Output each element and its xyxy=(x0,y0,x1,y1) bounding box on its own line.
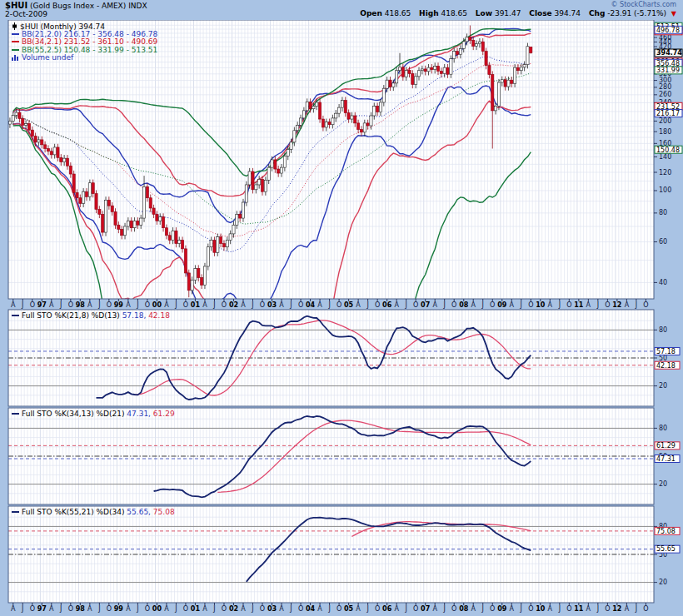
time-axis-label: 05 xyxy=(344,605,354,613)
time-axis-label: O xyxy=(30,301,35,309)
time-axis-label: 00 xyxy=(152,301,162,309)
time-axis-label: A xyxy=(279,605,284,613)
price-tick-label: 200 xyxy=(659,117,671,125)
time-axis-label: A xyxy=(164,605,169,613)
time-axis-label: J xyxy=(596,301,599,309)
time-axis-label: A xyxy=(49,301,54,309)
time-axis-label: 00 xyxy=(152,605,162,613)
time-axis-label: 10 xyxy=(536,301,546,309)
price-value-label: 496.78 xyxy=(656,27,680,34)
time-axis-label: J xyxy=(174,301,177,309)
time-axis-label: O xyxy=(375,605,380,613)
time-axis-label: 98 xyxy=(76,605,86,613)
stoch-k-swatch xyxy=(12,413,19,415)
chart-title: $HUI (Gold Bugs Index - AMEX) INDX xyxy=(5,1,147,10)
stockcharts-chart-page: $HUI (Gold Bugs Index - AMEX) INDX 2-Oct… xyxy=(0,0,683,616)
time-axis-label: O xyxy=(643,301,648,309)
time-axis-label: 07 xyxy=(421,605,430,613)
time-axis-label: A xyxy=(432,605,437,613)
price-tick-label: 40 xyxy=(659,279,667,286)
time-axis-label: J xyxy=(366,605,368,613)
bb21-line-swatch xyxy=(12,33,19,35)
time-axis-label: O xyxy=(605,605,610,613)
time-axis-label: O xyxy=(451,301,456,309)
time-axis-label: O xyxy=(337,301,342,309)
time-axis-label: J xyxy=(21,605,23,613)
time-axis-label: A xyxy=(510,301,515,309)
time-axis-label: 99 xyxy=(114,301,124,309)
time-axis-label: 03 xyxy=(267,605,277,613)
time-axis-label: O xyxy=(528,301,533,309)
time-axis-label: J xyxy=(136,605,138,613)
time-axis-label: 08 xyxy=(459,301,469,309)
open-label: Open xyxy=(360,9,382,17)
time-axis-label: O xyxy=(107,605,112,613)
time-axis-label: A xyxy=(510,605,515,613)
time-axis-label: O xyxy=(490,605,495,613)
chg-down-icon: ▼ xyxy=(671,10,676,17)
time-axis-label: 03 xyxy=(267,301,277,309)
time-axis: AJO97AJO98AJO99AJO00AJO01AJO02AJO03AJO04… xyxy=(11,299,649,309)
time-axis-label: 10 xyxy=(536,605,546,613)
time-axis-label: O xyxy=(260,605,265,613)
stoch2-k-value: 47.31, xyxy=(127,410,151,418)
time-axis-label: 12 xyxy=(612,605,621,613)
time-axis-label: A xyxy=(126,301,131,309)
time-axis-label: J xyxy=(212,301,215,309)
candlestick-icon xyxy=(12,22,17,30)
price-tick-label: 60 xyxy=(659,238,667,246)
time-axis-label: 98 xyxy=(76,301,86,309)
time-axis-label: O xyxy=(528,605,533,613)
price-tick-label: 120 xyxy=(659,169,671,176)
price-axis: 4060801001201401601802002402602803003204… xyxy=(654,22,682,286)
stoch-value-label: 47.31 xyxy=(656,455,676,463)
low-label: Low xyxy=(476,9,492,17)
time-axis-label: O xyxy=(605,301,610,309)
bb21-legend-label: BB(21,2.0) 216.17 - 356.48 - 496.78 xyxy=(22,30,157,38)
price-tick-label: 80 xyxy=(659,209,667,216)
time-axis-label: 09 xyxy=(497,605,507,613)
stoch3-d-value: 75.08 xyxy=(153,508,175,516)
time-axis-label: A xyxy=(548,605,553,613)
time-axis-label: O xyxy=(566,301,571,309)
time-axis-label: O xyxy=(451,605,456,613)
bb55-line-swatch xyxy=(12,49,19,51)
time-axis-label: A xyxy=(87,301,92,309)
chart-title-rest: (Gold Bugs Index - AMEX) INDX xyxy=(30,2,147,10)
bb34-line-swatch xyxy=(12,41,19,42)
time-axis-label: J xyxy=(520,301,522,309)
time-axis-label: A xyxy=(87,605,92,613)
time-axis-label: J xyxy=(251,605,253,613)
time-axis-label: 01 xyxy=(191,301,201,309)
bb55-legend-label: BB(55,2.5) 150.48 - 331.99 - 513.51 xyxy=(22,46,157,54)
stoch-tick-label: 80 xyxy=(659,425,667,432)
time-axis-label: 06 xyxy=(382,605,392,613)
time-axis-label: J xyxy=(289,605,292,613)
time-axis-label: A xyxy=(586,301,591,309)
time-axis-label: 11 xyxy=(574,605,584,613)
symbol: $HUI xyxy=(5,1,27,10)
time-axis-label: A xyxy=(356,605,361,613)
time-axis-label: J xyxy=(404,605,406,613)
stoch-value-label: 61.29 xyxy=(656,442,676,450)
time-axis-label: O xyxy=(413,605,418,613)
chg-label: Chg xyxy=(589,9,605,17)
price-tick-label: 260 xyxy=(659,91,671,98)
stoch-value-label: 42.18 xyxy=(656,362,676,370)
stoch1-title: Full STO %K(21,8) %D(13) xyxy=(22,311,120,320)
bb34-legend-label: BB(34,2.1) 231.52 - 361.10 - 490.69 xyxy=(22,37,157,46)
time-axis-label: O xyxy=(643,605,648,613)
time-axis-label: J xyxy=(289,301,292,309)
high-label: High xyxy=(419,9,438,17)
copyright: © StockCharts.com xyxy=(611,1,676,8)
time-axis-label: 08 xyxy=(459,605,469,613)
price-tick-label: 280 xyxy=(659,83,671,91)
stoch-panel-1 xyxy=(8,310,654,406)
time-axis-label: 04 xyxy=(306,605,316,613)
time-axis-label: J xyxy=(558,301,561,309)
time-axis-label: 06 xyxy=(382,301,392,309)
time-axis-label: 01 xyxy=(191,605,201,613)
time-axis-label: A xyxy=(432,301,437,309)
time-axis-label: J xyxy=(443,605,446,613)
time-axis-label: J xyxy=(136,301,138,309)
